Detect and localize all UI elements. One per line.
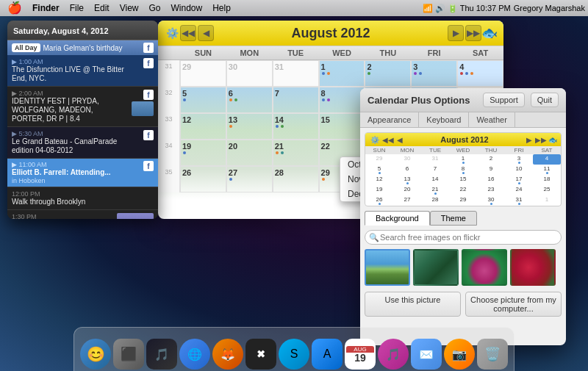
mini-day-cell[interactable]: 31 bbox=[505, 195, 533, 206]
apple-menu[interactable]: 🍎 bbox=[3, 0, 26, 16]
mini-day-cell[interactable]: 21 bbox=[421, 185, 449, 195]
mini-day-cell[interactable]: 19 bbox=[365, 185, 393, 195]
mini-day-cell[interactable]: 20 bbox=[393, 185, 421, 195]
calendar-day[interactable]: 20 bbox=[226, 140, 273, 166]
prev-year-button[interactable]: ◀◀ bbox=[180, 25, 196, 41]
mini-day-cell[interactable]: 24 bbox=[505, 185, 533, 195]
all-day-event[interactable]: All Day Maria Gelman's birthday f bbox=[7, 40, 158, 55]
calendar-day[interactable]: 3 bbox=[411, 60, 457, 87]
mini-day-cell[interactable]: 28 bbox=[421, 195, 449, 206]
calendar-day[interactable]: 5 bbox=[180, 87, 226, 113]
mini-day-cell[interactable]: 3 bbox=[505, 154, 533, 165]
calendar-day[interactable]: 15 bbox=[319, 113, 365, 140]
dock-item-appstore[interactable]: A bbox=[312, 339, 343, 370]
calendar-day[interactable]: 19 bbox=[180, 140, 226, 166]
mini-day-cell[interactable]: 25 bbox=[533, 185, 561, 195]
tab-weather[interactable]: Weather bbox=[469, 112, 514, 127]
dock-item-photos[interactable]: 📷 bbox=[444, 339, 475, 370]
mini-day-cell[interactable]: 15 bbox=[449, 175, 477, 185]
menu-help[interactable]: Help bbox=[208, 0, 235, 16]
menu-go[interactable]: Go bbox=[145, 0, 165, 16]
thumbnail-berry[interactable] bbox=[510, 249, 556, 286]
tab-keyboard[interactable]: Keyboard bbox=[419, 112, 469, 127]
flickr-search-input[interactable] bbox=[365, 230, 562, 245]
thumbnail-flower[interactable] bbox=[462, 249, 507, 286]
calendar-day[interactable]: 6 bbox=[226, 87, 273, 113]
calendar-day[interactable]: 12 bbox=[180, 113, 226, 140]
calendar-day[interactable]: 26 bbox=[180, 166, 226, 192]
mini-gear-icon[interactable]: ⚙️ bbox=[369, 136, 381, 144]
calendar-day[interactable]: 21 bbox=[273, 140, 319, 166]
calendar-day[interactable]: 13 bbox=[226, 113, 273, 140]
mini-day-cell[interactable]: 8 bbox=[449, 165, 477, 175]
menu-finder[interactable]: Finder bbox=[28, 0, 64, 16]
list-item[interactable]: ▶ 11:00 AM Elliott B. Farrell: Attending… bbox=[7, 159, 158, 187]
calendar-day[interactable]: 1 bbox=[319, 60, 365, 87]
dock-item-chrome[interactable]: 🌐 bbox=[179, 339, 210, 370]
fish-icon[interactable]: 🐟 bbox=[481, 25, 498, 41]
dock-item-itunes[interactable]: 🎵 bbox=[378, 339, 409, 370]
mini-day-cell[interactable]: 11 bbox=[533, 165, 561, 175]
mini-day-cell[interactable]: 10 bbox=[505, 165, 533, 175]
gear-icon[interactable]: ⚙️ bbox=[164, 25, 180, 41]
support-button[interactable]: Support bbox=[483, 93, 525, 107]
mini-day-cell[interactable]: 7 bbox=[421, 165, 449, 175]
use-picture-button[interactable]: Use this picture bbox=[365, 292, 461, 317]
calendar-day[interactable]: 29 bbox=[180, 60, 226, 87]
mini-day-cell[interactable]: 6 bbox=[393, 165, 421, 175]
menu-view[interactable]: View bbox=[115, 0, 143, 16]
calendar-day[interactable]: 2 bbox=[365, 60, 411, 87]
calendar-day[interactable]: 28 bbox=[273, 166, 319, 192]
mini-day-cell[interactable]: 30 bbox=[477, 195, 505, 206]
menu-file[interactable]: File bbox=[65, 0, 88, 16]
mini-day-cell[interactable]: 23 bbox=[477, 185, 505, 195]
dock-item-launchpad[interactable]: ⬛ bbox=[113, 339, 144, 370]
next-month-button[interactable]: ▶ bbox=[448, 25, 464, 41]
quit-button[interactable]: Quit bbox=[531, 93, 559, 107]
mini-day-cell[interactable]: 12 bbox=[365, 175, 393, 185]
mini-day-cell[interactable]: 2 bbox=[477, 154, 505, 165]
calendar-day[interactable]: 27 bbox=[226, 166, 273, 192]
mini-day-cell[interactable]: 14 bbox=[421, 175, 449, 185]
dock-item-calendar[interactable]: AUG 19 bbox=[345, 339, 376, 370]
next-year-button[interactable]: ▶▶ bbox=[465, 25, 481, 41]
thumbnail-beach[interactable] bbox=[365, 249, 410, 286]
calendar-day[interactable]: 30 bbox=[226, 60, 273, 87]
mini-day-cell-today[interactable]: 4 bbox=[533, 154, 561, 165]
mini-next-month[interactable]: ▶ bbox=[525, 136, 534, 144]
mini-day-cell[interactable]: 5 bbox=[365, 165, 393, 175]
mini-prev-year[interactable]: ◀◀ bbox=[381, 136, 395, 144]
dock-item-skype[interactable]: S bbox=[279, 339, 309, 370]
dock-item-spotify[interactable]: 🎵 bbox=[146, 339, 177, 370]
mini-day-cell[interactable]: 22 bbox=[449, 185, 477, 195]
mini-day-cell[interactable]: 13 bbox=[393, 175, 421, 185]
mini-day-cell[interactable]: 17 bbox=[505, 175, 533, 185]
mini-day-cell[interactable]: 31 bbox=[421, 154, 449, 165]
mini-prev-month[interactable]: ◀ bbox=[395, 136, 404, 144]
menu-window[interactable]: Window bbox=[167, 0, 207, 16]
mini-day-cell[interactable]: 1 bbox=[449, 154, 477, 165]
dock-item-x[interactable]: ✖ bbox=[245, 339, 276, 370]
mini-day-cell[interactable]: 1 bbox=[533, 195, 561, 206]
dock-item-mail[interactable]: ✉️ bbox=[411, 339, 442, 370]
list-item[interactable]: 12:00 PM Walk through Brooklyn bbox=[7, 187, 158, 210]
list-item[interactable]: ▶ 2:00 AM IDENTITY FEST | PRYDA, WOLFGAN… bbox=[7, 87, 158, 127]
calendar-day[interactable]: 8 bbox=[319, 87, 365, 113]
tab-theme[interactable]: Theme bbox=[430, 211, 477, 226]
mini-day-cell[interactable]: 26 bbox=[365, 195, 393, 206]
mini-fish-icon[interactable]: 🐟 bbox=[548, 136, 557, 144]
mini-day-cell[interactable]: 16 bbox=[477, 175, 505, 185]
mini-day-cell[interactable]: 18 bbox=[533, 175, 561, 185]
menu-edit[interactable]: Edit bbox=[90, 0, 114, 16]
tab-appearance[interactable]: Appearance bbox=[360, 112, 419, 127]
calendar-day[interactable]: 31 bbox=[273, 60, 319, 87]
dock-item-firefox[interactable]: 🦊 bbox=[212, 339, 243, 370]
mini-day-cell[interactable]: 30 bbox=[393, 154, 421, 165]
calendar-day-today[interactable]: 4 bbox=[457, 60, 503, 87]
events-list[interactable]: All Day Maria Gelman's birthday f ▶ 1:00… bbox=[7, 40, 158, 219]
calendar-day[interactable]: 7 bbox=[273, 87, 319, 113]
prev-month-button[interactable]: ◀ bbox=[198, 25, 214, 41]
list-item[interactable]: 1:30 PM Disoriented presents: BOOM BOAT … bbox=[7, 210, 158, 219]
dock-item-trash[interactable]: 🗑️ bbox=[477, 339, 508, 370]
mini-day-cell[interactable]: 27 bbox=[393, 195, 421, 206]
